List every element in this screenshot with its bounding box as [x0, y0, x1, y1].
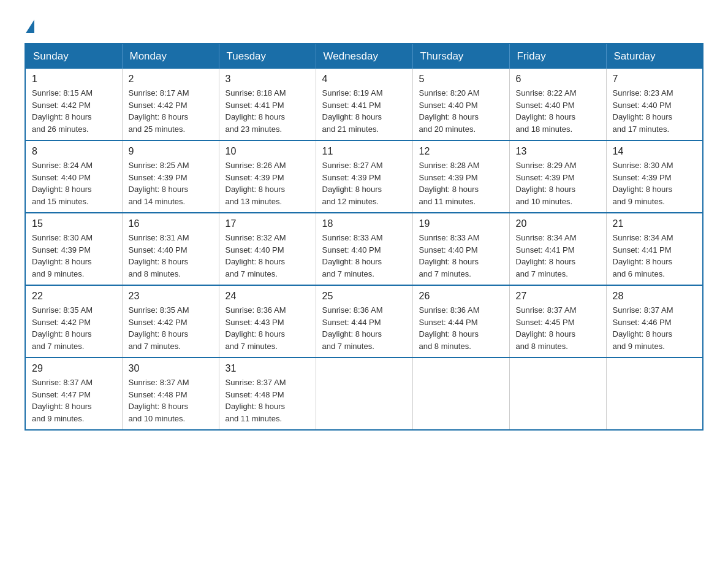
day-number: 25	[322, 291, 406, 302]
day-number: 11	[322, 146, 406, 157]
day-number: 2	[129, 74, 213, 85]
day-number: 13	[516, 146, 600, 157]
day-number: 4	[322, 74, 406, 85]
column-header-saturday: Saturday	[606, 44, 703, 69]
column-header-sunday: Sunday	[25, 44, 122, 69]
day-number: 17	[226, 218, 309, 229]
calendar-cell: 25 Sunrise: 8:36 AMSunset: 4:44 PMDaylig…	[316, 285, 412, 358]
day-info: Sunrise: 8:27 AMSunset: 4:39 PMDaylight:…	[322, 161, 383, 206]
day-number: 8	[32, 146, 116, 157]
day-number: 19	[419, 218, 503, 229]
day-number: 21	[613, 218, 697, 229]
day-info: Sunrise: 8:22 AMSunset: 4:40 PMDaylight:…	[516, 88, 577, 134]
day-number: 26	[419, 291, 503, 302]
day-info: Sunrise: 8:36 AMSunset: 4:44 PMDaylight:…	[322, 305, 383, 351]
column-header-wednesday: Wednesday	[316, 44, 412, 69]
calendar-cell: 27 Sunrise: 8:37 AMSunset: 4:45 PMDaylig…	[509, 285, 606, 358]
day-info: Sunrise: 8:37 AMSunset: 4:48 PMDaylight:…	[129, 378, 189, 423]
calendar-cell	[509, 358, 606, 430]
day-info: Sunrise: 8:37 AMSunset: 4:46 PMDaylight:…	[613, 305, 673, 351]
day-number: 29	[32, 363, 116, 374]
day-number: 31	[226, 363, 309, 374]
day-number: 16	[129, 218, 213, 229]
calendar-cell: 3 Sunrise: 8:18 AMSunset: 4:41 PMDayligh…	[219, 69, 316, 140]
day-number: 24	[226, 291, 309, 302]
calendar-cell: 16 Sunrise: 8:31 AMSunset: 4:40 PMDaylig…	[122, 213, 219, 285]
day-number: 5	[419, 74, 503, 85]
calendar-cell: 4 Sunrise: 8:19 AMSunset: 4:41 PMDayligh…	[316, 69, 412, 140]
day-info: Sunrise: 8:37 AMSunset: 4:47 PMDaylight:…	[32, 378, 93, 423]
day-number: 22	[32, 291, 116, 302]
calendar-cell: 12 Sunrise: 8:28 AMSunset: 4:39 PMDaylig…	[412, 140, 509, 213]
day-info: Sunrise: 8:29 AMSunset: 4:39 PMDaylight:…	[516, 161, 577, 206]
calendar-cell: 17 Sunrise: 8:32 AMSunset: 4:40 PMDaylig…	[219, 213, 316, 285]
day-number: 20	[516, 218, 600, 229]
calendar-cell: 20 Sunrise: 8:34 AMSunset: 4:41 PMDaylig…	[509, 213, 606, 285]
calendar-cell: 29 Sunrise: 8:37 AMSunset: 4:47 PMDaylig…	[25, 358, 122, 430]
day-number: 28	[613, 291, 697, 302]
day-info: Sunrise: 8:19 AMSunset: 4:41 PMDaylight:…	[322, 88, 383, 134]
day-number: 14	[613, 146, 697, 157]
day-info: Sunrise: 8:25 AMSunset: 4:39 PMDaylight:…	[129, 161, 189, 206]
day-info: Sunrise: 8:31 AMSunset: 4:40 PMDaylight:…	[129, 233, 189, 278]
column-header-friday: Friday	[509, 44, 606, 69]
day-info: Sunrise: 8:28 AMSunset: 4:39 PMDaylight:…	[419, 161, 480, 206]
day-number: 27	[516, 291, 600, 302]
day-info: Sunrise: 8:37 AMSunset: 4:48 PMDaylight:…	[226, 378, 286, 423]
calendar-cell: 21 Sunrise: 8:34 AMSunset: 4:41 PMDaylig…	[606, 213, 703, 285]
calendar-cell: 14 Sunrise: 8:30 AMSunset: 4:39 PMDaylig…	[606, 140, 703, 213]
calendar-week-row: 1 Sunrise: 8:15 AMSunset: 4:42 PMDayligh…	[25, 69, 703, 140]
calendar-cell: 23 Sunrise: 8:35 AMSunset: 4:42 PMDaylig…	[122, 285, 219, 358]
day-number: 1	[32, 74, 116, 85]
calendar-cell	[316, 358, 412, 430]
day-info: Sunrise: 8:30 AMSunset: 4:39 PMDaylight:…	[613, 161, 673, 206]
column-header-monday: Monday	[122, 44, 219, 69]
day-info: Sunrise: 8:36 AMSunset: 4:43 PMDaylight:…	[226, 305, 286, 351]
day-info: Sunrise: 8:34 AMSunset: 4:41 PMDaylight:…	[613, 233, 673, 278]
calendar-cell: 11 Sunrise: 8:27 AMSunset: 4:39 PMDaylig…	[316, 140, 412, 213]
day-info: Sunrise: 8:24 AMSunset: 4:40 PMDaylight:…	[32, 161, 93, 206]
calendar-cell: 22 Sunrise: 8:35 AMSunset: 4:42 PMDaylig…	[25, 285, 122, 358]
calendar-cell: 2 Sunrise: 8:17 AMSunset: 4:42 PMDayligh…	[122, 69, 219, 140]
calendar-cell: 13 Sunrise: 8:29 AMSunset: 4:39 PMDaylig…	[509, 140, 606, 213]
day-number: 10	[226, 146, 309, 157]
day-info: Sunrise: 8:33 AMSunset: 4:40 PMDaylight:…	[419, 233, 480, 278]
calendar-cell: 8 Sunrise: 8:24 AMSunset: 4:40 PMDayligh…	[25, 140, 122, 213]
day-number: 23	[129, 291, 213, 302]
calendar-cell: 7 Sunrise: 8:23 AMSunset: 4:40 PMDayligh…	[606, 69, 703, 140]
calendar-week-row: 8 Sunrise: 8:24 AMSunset: 4:40 PMDayligh…	[25, 140, 703, 213]
day-info: Sunrise: 8:37 AMSunset: 4:45 PMDaylight:…	[516, 305, 577, 351]
day-info: Sunrise: 8:30 AMSunset: 4:39 PMDaylight:…	[32, 233, 93, 278]
calendar-week-row: 15 Sunrise: 8:30 AMSunset: 4:39 PMDaylig…	[25, 213, 703, 285]
logo-triangle-icon	[26, 20, 34, 33]
column-header-thursday: Thursday	[412, 44, 509, 69]
day-info: Sunrise: 8:26 AMSunset: 4:39 PMDaylight:…	[226, 161, 286, 206]
calendar-header-row: SundayMondayTuesdayWednesdayThursdayFrid…	[25, 44, 703, 69]
calendar-cell: 31 Sunrise: 8:37 AMSunset: 4:48 PMDaylig…	[219, 358, 316, 430]
calendar-cell: 5 Sunrise: 8:20 AMSunset: 4:40 PMDayligh…	[412, 69, 509, 140]
day-info: Sunrise: 8:34 AMSunset: 4:41 PMDaylight:…	[516, 233, 577, 278]
day-number: 7	[613, 74, 697, 85]
day-info: Sunrise: 8:33 AMSunset: 4:40 PMDaylight:…	[322, 233, 383, 278]
calendar-cell: 15 Sunrise: 8:30 AMSunset: 4:39 PMDaylig…	[25, 213, 122, 285]
day-number: 3	[226, 74, 309, 85]
day-info: Sunrise: 8:35 AMSunset: 4:42 PMDaylight:…	[129, 305, 189, 351]
day-info: Sunrise: 8:32 AMSunset: 4:40 PMDaylight:…	[226, 233, 286, 278]
calendar-cell: 9 Sunrise: 8:25 AMSunset: 4:39 PMDayligh…	[122, 140, 219, 213]
logo	[25, 18, 34, 31]
calendar-cell: 28 Sunrise: 8:37 AMSunset: 4:46 PMDaylig…	[606, 285, 703, 358]
day-number: 18	[322, 218, 406, 229]
calendar-cell: 30 Sunrise: 8:37 AMSunset: 4:48 PMDaylig…	[122, 358, 219, 430]
day-number: 9	[129, 146, 213, 157]
day-number: 6	[516, 74, 600, 85]
day-info: Sunrise: 8:36 AMSunset: 4:44 PMDaylight:…	[419, 305, 480, 351]
day-number: 30	[129, 363, 213, 374]
day-info: Sunrise: 8:20 AMSunset: 4:40 PMDaylight:…	[419, 88, 480, 134]
calendar-cell: 19 Sunrise: 8:33 AMSunset: 4:40 PMDaylig…	[412, 213, 509, 285]
calendar-cell: 10 Sunrise: 8:26 AMSunset: 4:39 PMDaylig…	[219, 140, 316, 213]
column-header-tuesday: Tuesday	[219, 44, 316, 69]
calendar-cell	[606, 358, 703, 430]
day-info: Sunrise: 8:15 AMSunset: 4:42 PMDaylight:…	[32, 88, 93, 134]
calendar-week-row: 29 Sunrise: 8:37 AMSunset: 4:47 PMDaylig…	[25, 358, 703, 430]
calendar-cell: 24 Sunrise: 8:36 AMSunset: 4:43 PMDaylig…	[219, 285, 316, 358]
